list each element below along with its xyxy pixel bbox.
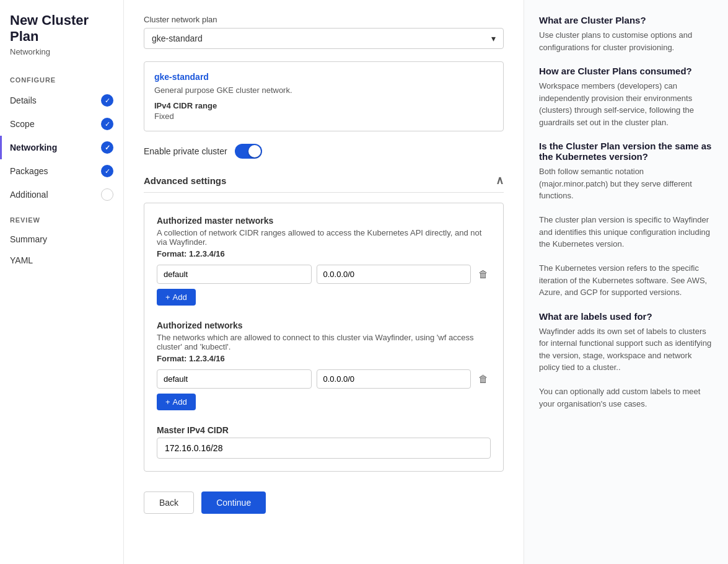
help-panel: What are Cluster Plans? Use cluster plan… <box>524 0 728 564</box>
help-title-3: What are labels used for? <box>539 311 713 322</box>
chevron-up-icon: ∧ <box>496 174 504 187</box>
sidebar-item-label: Packages <box>10 166 48 176</box>
private-cluster-label: Enable private cluster <box>144 146 227 156</box>
private-cluster-toggle-row: Enable private cluster <box>144 144 504 159</box>
auth-networks-title: Authorized networks <box>157 320 491 330</box>
auth-master-cidr-input-0[interactable] <box>317 265 471 284</box>
cidr-range-value: Fixed <box>154 112 493 121</box>
help-section-3: What are labels used for? Wayfinder adds… <box>539 311 713 410</box>
sidebar-item-label: Networking <box>10 143 57 152</box>
cluster-info-box: gke-standard General purpose GKE cluster… <box>144 61 504 131</box>
check-icon-packages: ✓ <box>101 165 113 177</box>
sidebar-item-label: Summary <box>10 234 47 244</box>
footer-actions: Back Continue <box>144 491 504 514</box>
main-content: Cluster network plan gke-standard ▾ gke-… <box>124 0 524 564</box>
authorized-master-networks-section: Authorized master networks A collection … <box>157 216 491 306</box>
auth-network-delete-button-0[interactable]: 🗑 <box>476 371 491 387</box>
add-label: Add <box>173 293 187 302</box>
help-title-1: How are Cluster Plans consumed? <box>539 66 713 76</box>
sidebar-item-label: Additional <box>10 190 48 200</box>
continue-button[interactable]: Continue <box>201 491 266 514</box>
auth-networks-format: Format: 1.2.3.4/16 <box>157 354 491 363</box>
auth-master-name-input-0[interactable] <box>157 265 312 284</box>
sidebar-item-label: Scope <box>10 119 35 129</box>
sidebar-item-label: Details <box>10 95 37 105</box>
cidr-range-label: IPv4 CIDR range <box>154 101 493 110</box>
toggle-knob <box>248 145 261 157</box>
advanced-settings-box: Authorized master networks A collection … <box>144 203 504 472</box>
auth-network-name-input-0[interactable] <box>157 369 312 389</box>
help-text-3: Wayfinder adds its own set of labels to … <box>539 325 713 410</box>
sidebar-item-networking[interactable]: Networking ✓ <box>0 136 123 159</box>
sidebar-item-additional[interactable]: Additional ○ <box>0 183 123 206</box>
auth-networks-desc: The networks which are allowed to connec… <box>157 333 491 351</box>
check-icon-additional: ○ <box>101 188 113 201</box>
help-text-1: Workspace members (developers) can indep… <box>539 80 713 128</box>
plus-icon: + <box>165 293 170 302</box>
help-title-2: Is the Cluster Plan version the same as … <box>539 141 713 162</box>
auth-master-format: Format: 1.2.3.4/16 <box>157 249 491 258</box>
auth-networks-add-button[interactable]: + Add <box>157 394 196 410</box>
master-ipv4-label: Master IPv4 CIDR <box>157 425 491 435</box>
auth-network-cidr-input-0[interactable] <box>317 369 471 389</box>
sidebar-item-details[interactable]: Details ✓ <box>0 89 123 112</box>
review-section-label: REVIEW <box>0 206 123 229</box>
help-text-2: Both follow semantic notation (major.min… <box>539 165 713 299</box>
auth-master-add-button[interactable]: + Add <box>157 289 196 306</box>
sidebar: New Cluster Plan Networking CONFIGURE De… <box>0 0 124 564</box>
authorized-networks-section: Authorized networks The networks which a… <box>157 320 491 410</box>
advanced-settings-header[interactable]: Advanced settings ∧ <box>144 174 504 193</box>
page-title: New Cluster Plan <box>0 12 123 47</box>
plus-icon: + <box>165 397 170 407</box>
configure-section-label: CONFIGURE <box>0 71 123 89</box>
sidebar-item-packages[interactable]: Packages ✓ <box>0 159 123 183</box>
sidebar-item-scope[interactable]: Scope ✓ <box>0 112 123 136</box>
help-section-0: What are Cluster Plans? Use cluster plan… <box>539 15 713 53</box>
info-box-title: gke-standard <box>154 72 493 82</box>
auth-master-title: Authorized master networks <box>157 216 491 226</box>
check-icon-details: ✓ <box>101 94 113 107</box>
cluster-network-plan-group: Cluster network plan gke-standard ▾ <box>144 15 504 49</box>
master-ipv4-cidr-input[interactable] <box>157 438 491 459</box>
cluster-network-plan-label: Cluster network plan <box>144 15 504 24</box>
master-ipv4-cidr-section: Master IPv4 CIDR <box>157 425 491 459</box>
help-title-0: What are Cluster Plans? <box>539 15 713 25</box>
sidebar-item-summary[interactable]: Summary <box>0 229 123 250</box>
sidebar-item-yaml[interactable]: YAML <box>0 250 123 271</box>
help-section-2: Is the Cluster Plan version the same as … <box>539 141 713 299</box>
back-button[interactable]: Back <box>144 491 194 514</box>
check-icon-scope: ✓ <box>101 118 113 130</box>
cluster-network-plan-dropdown[interactable]: gke-standard ▾ <box>144 28 504 49</box>
help-section-1: How are Cluster Plans consumed? Workspac… <box>539 66 713 128</box>
auth-master-delete-button-0[interactable]: 🗑 <box>476 267 491 283</box>
auth-master-desc: A collection of network CIDR ranges allo… <box>157 228 491 247</box>
advanced-settings-label: Advanced settings <box>144 175 226 186</box>
page-subtitle: Networking <box>0 47 123 71</box>
check-icon-networking: ✓ <box>101 141 113 154</box>
private-cluster-toggle[interactable] <box>235 144 262 159</box>
chevron-down-icon: ▾ <box>491 33 496 43</box>
sidebar-item-label: YAML <box>10 255 33 265</box>
auth-master-network-row-0: 🗑 <box>157 265 491 284</box>
add-label: Add <box>173 397 187 407</box>
auth-network-row-0: 🗑 <box>157 369 491 389</box>
dropdown-value: gke-standard <box>152 33 203 43</box>
help-text-0: Use cluster plans to customise options a… <box>539 29 713 53</box>
info-box-description: General purpose GKE cluster network. <box>154 86 493 95</box>
